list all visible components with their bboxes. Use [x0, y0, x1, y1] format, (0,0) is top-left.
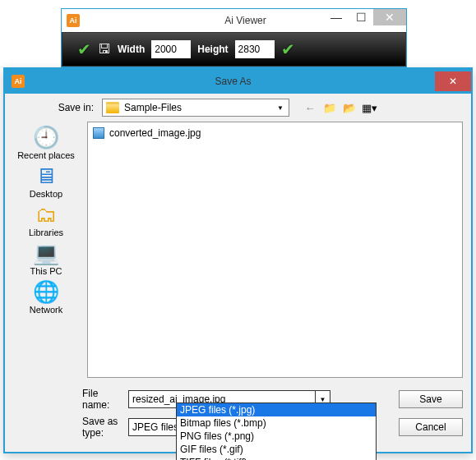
- maximize-button[interactable]: ☐: [349, 9, 373, 25]
- ai-viewer-window: Ai Ai Viewer — ☐ ✕ ✔ 🖫 Width Height ✔: [61, 8, 407, 67]
- libraries-icon: 🗂: [32, 202, 60, 227]
- viewer-titlebar: Ai Ai Viewer — ☐ ✕: [62, 9, 406, 32]
- filename-label: File name:: [46, 388, 128, 411]
- width-input[interactable]: [151, 40, 191, 58]
- back-icon[interactable]: ←: [303, 100, 317, 115]
- thispc-icon: 💻: [32, 241, 60, 265]
- viewer-close-button[interactable]: ✕: [373, 9, 406, 25]
- view-menu-icon[interactable]: ▦▾: [362, 100, 377, 115]
- width-label: Width: [118, 44, 145, 55]
- file-name: converted_image.jpg: [109, 127, 201, 139]
- file-list-pane[interactable]: converted_image.jpg: [87, 122, 463, 378]
- ai-app-icon: Ai: [12, 75, 25, 88]
- chevron-down-icon[interactable]: ▼: [274, 100, 287, 115]
- place-libraries[interactable]: 🗂 Libraries: [29, 202, 63, 237]
- type-option[interactable]: Bitmap files (*.bmp): [177, 416, 376, 430]
- image-file-icon: [93, 127, 104, 139]
- type-option[interactable]: PNG files (*.png): [177, 430, 376, 443]
- type-option[interactable]: TIFF files (*.tiff): [177, 456, 376, 460]
- place-recent[interactable]: 🕘 Recent places: [17, 125, 75, 160]
- folder-icon: [106, 102, 119, 113]
- network-icon: 🌐: [32, 279, 60, 304]
- ai-app-icon: Ai: [67, 14, 80, 27]
- saveas-titlebar: Ai Save As ✕: [5, 69, 471, 94]
- cancel-button[interactable]: Cancel: [399, 418, 463, 436]
- minimize-button[interactable]: —: [324, 9, 349, 25]
- place-thispc[interactable]: 💻 This PC: [30, 241, 62, 276]
- save-icon[interactable]: 🖫: [98, 42, 111, 57]
- apply-check-icon[interactable]: ✔: [281, 39, 295, 59]
- save-in-value: Sample-Files: [124, 102, 182, 113]
- recent-places-icon: 🕘: [32, 125, 60, 150]
- save-as-dialog: Ai Save As ✕ Save in: Sample-Files ▼ ← 📁…: [3, 67, 473, 453]
- place-desktop[interactable]: 🖥 Desktop: [30, 163, 62, 199]
- savetype-label: Save as type:: [46, 416, 128, 439]
- place-network[interactable]: 🌐 Network: [30, 279, 62, 315]
- height-input[interactable]: [235, 40, 275, 58]
- saveas-title-text: Save As: [31, 76, 435, 87]
- desktop-icon: 🖥: [32, 163, 60, 188]
- type-option[interactable]: JPEG files (*.jpg): [177, 403, 376, 416]
- list-item[interactable]: converted_image.jpg: [93, 127, 457, 139]
- new-folder-icon[interactable]: 📂: [342, 100, 357, 115]
- height-label: Height: [197, 44, 228, 55]
- close-button[interactable]: ✕: [435, 71, 471, 91]
- save-in-label: Save in:: [46, 102, 94, 113]
- save-in-combo[interactable]: Sample-Files ▼: [102, 99, 289, 117]
- up-folder-icon[interactable]: 📁: [322, 100, 337, 115]
- save-button[interactable]: Save: [399, 390, 463, 408]
- type-option[interactable]: GIF files (*.gif): [177, 443, 376, 456]
- viewer-toolbar: ✔ 🖫 Width Height ✔: [62, 32, 406, 67]
- places-bar: 🕘 Recent places 🖥 Desktop 🗂 Libraries 💻 …: [13, 122, 79, 378]
- savetype-dropdown[interactable]: JPEG files (*.jpg) Bitmap files (*.bmp) …: [176, 402, 377, 460]
- check-icon[interactable]: ✔: [77, 39, 91, 59]
